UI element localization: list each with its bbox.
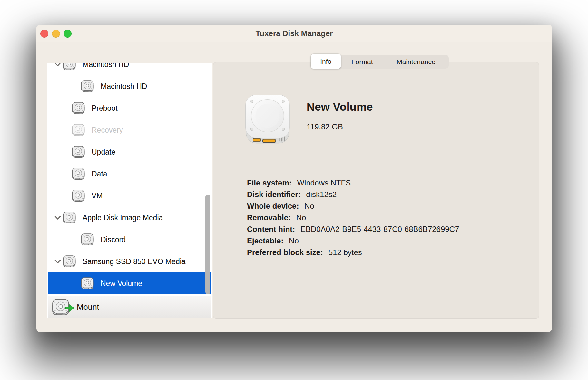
sidebar-item-samsung-ssd-850-evo-media[interactable]: Samsung SSD 850 EVO Media [48, 251, 211, 272]
sidebar-item-label: Macintosh HD [101, 82, 147, 91]
disk-icon [63, 255, 76, 268]
info-value: No [302, 202, 314, 210]
tab-maintenance[interactable]: Maintenance [383, 55, 449, 69]
title-bar: Tuxera Disk Manager [36, 25, 552, 42]
sidebar-item-label: Discord [101, 235, 126, 244]
disk-icon [63, 211, 76, 224]
info-value: No [294, 213, 306, 222]
window-title: Tuxera Disk Manager [36, 25, 552, 42]
sidebar-item-apple-disk-image-media[interactable]: Apple Disk Image Media [48, 207, 211, 229]
info-label: Ejectable: [247, 236, 283, 245]
volume-icon [243, 94, 291, 145]
sidebar-item-label: Macintosh HD [83, 63, 129, 69]
info-row-file-system: File system: Windows NTFS [247, 177, 524, 189]
sidebar-item-update[interactable]: Update [48, 141, 211, 163]
tab-label: Info [320, 58, 331, 65]
minimize-icon[interactable] [52, 30, 60, 38]
volume-size: 119.82 GB [307, 122, 343, 131]
info-label: Content hint: [247, 225, 295, 233]
volume-info-list: File system: Windows NTFS Disk identifie… [247, 177, 524, 258]
chevron-down-icon[interactable] [54, 63, 62, 68]
info-label: Removable: [247, 213, 291, 222]
zoom-icon[interactable] [64, 30, 72, 38]
info-label: Preferred block size: [247, 248, 323, 257]
sidebar-item-label: Data [92, 170, 107, 178]
sidebar-item-data[interactable]: Data [48, 163, 211, 185]
info-value: 512 bytes [326, 248, 362, 257]
info-row-disk-identifier: Disk identifier: disk12s2 [247, 189, 524, 200]
sidebar-item-label: Preboot [92, 104, 118, 113]
disk-tree: Macintosh HD Macintosh HD Preboot [48, 63, 211, 296]
disk-icon [72, 102, 85, 115]
info-row-whole-device: Whole device: No [247, 200, 524, 212]
scrollbar-thumb[interactable] [205, 195, 210, 294]
sidebar-item-discord[interactable]: Discord [48, 229, 211, 251]
sidebar-item-label: Recovery [92, 126, 123, 135]
info-value: disk12s2 [304, 190, 337, 199]
info-row-content-hint: Content hint: EBD0A0A2-B9E5-4433-87C0-68… [247, 223, 524, 235]
info-value: No [287, 236, 299, 245]
volume-title: New Volume [307, 100, 373, 113]
info-value: Windows NTFS [295, 178, 351, 187]
screenshot-stage: Tuxera Disk Manager Macintosh HD [0, 0, 588, 380]
info-label: Whole device: [247, 202, 299, 210]
sidebar-item-label: Apple Disk Image Media [83, 214, 163, 222]
disk-icon [81, 277, 94, 290]
sidebar-item-new-volume[interactable]: New Volume [48, 272, 211, 294]
tab-format[interactable]: Format [341, 55, 383, 69]
sidebar-item-label: Update [92, 148, 115, 157]
sidebar-item-label: Samsung SSD 850 EVO Media [83, 257, 186, 266]
chevron-down-icon[interactable] [54, 214, 62, 221]
chevron-down-icon[interactable] [54, 258, 62, 265]
tab-label: Format [351, 58, 373, 66]
disk-icon [72, 124, 85, 137]
disk-icon [81, 80, 94, 93]
info-row-ejectable: Ejectable: No [247, 235, 524, 247]
disk-icon [72, 189, 85, 202]
info-label: Disk identifier: [247, 190, 301, 199]
sidebar-item-label: VM [92, 192, 103, 200]
sidebar-item-macintosh-hd[interactable]: Macintosh HD [48, 75, 211, 97]
disk-icon [72, 167, 85, 180]
sidebar-item-recovery[interactable]: Recovery [48, 119, 211, 141]
sidebar: Macintosh HD Macintosh HD Preboot [47, 63, 212, 318]
detail-panel: New Volume 119.82 GB File system: Window… [213, 62, 539, 319]
info-value: EBD0A0A2-B9E5-4433-87C0-68B6B72699C7 [298, 225, 459, 233]
tab-label: Maintenance [397, 58, 435, 66]
disk-icon [72, 146, 85, 158]
info-label: File system: [247, 178, 292, 187]
close-icon[interactable] [40, 30, 48, 38]
tab-bar: Info Format Maintenance [311, 55, 449, 69]
disk-icon [81, 233, 94, 246]
disk-icon [63, 63, 76, 71]
app-window: Tuxera Disk Manager Macintosh HD [36, 25, 552, 332]
sidebar-item-vm[interactable]: VM [48, 185, 211, 207]
traffic-lights [40, 30, 72, 38]
info-row-preferred-block-size: Preferred block size: 512 bytes [247, 247, 524, 258]
info-row-removable: Removable: No [247, 212, 524, 223]
sidebar-item-label: New Volume [101, 279, 142, 288]
mount-arrow-icon [65, 304, 75, 312]
mount-button[interactable]: Mount [48, 296, 211, 318]
sidebar-item-macintosh-hd[interactable]: Macintosh HD [48, 63, 211, 75]
sidebar-item-preboot[interactable]: Preboot [48, 97, 211, 119]
mount-button-label: Mount [77, 302, 99, 312]
tab-info[interactable]: Info [311, 54, 341, 69]
